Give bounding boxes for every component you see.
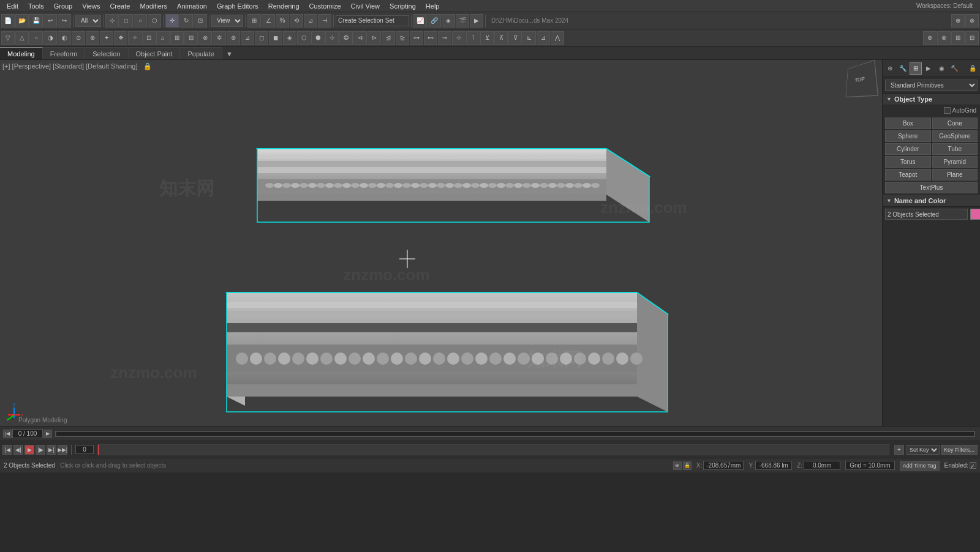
- obj-tool33[interactable]: ⊹: [452, 31, 466, 45]
- align-tool[interactable]: ⊣: [318, 14, 331, 28]
- menu-edit[interactable]: Edit: [2, 1, 23, 11]
- select-rotate[interactable]: ↻: [179, 14, 193, 28]
- menu-scripting[interactable]: Scripting: [385, 1, 420, 11]
- snap-icon1[interactable]: ⊕: [673, 461, 682, 470]
- menu-tools[interactable]: Tools: [24, 1, 48, 11]
- next-key-btn[interactable]: |▶: [36, 445, 45, 455]
- obj-btn-tube[interactable]: Tube: [932, 143, 978, 155]
- y-coord-value[interactable]: -668.86 lm: [755, 461, 792, 470]
- snap-icon2[interactable]: 🔒: [683, 461, 692, 470]
- color-swatch[interactable]: [970, 209, 980, 220]
- obj-btn-teapot[interactable]: Teapot: [885, 169, 931, 181]
- prev-key-btn[interactable]: ◀|: [13, 445, 23, 455]
- obj-btn-sphere[interactable]: Sphere: [885, 130, 931, 142]
- obj-tool34[interactable]: ⊺: [466, 31, 480, 45]
- tab-object-paint[interactable]: Object Paint: [129, 47, 181, 59]
- name-color-section-header[interactable]: ▼ Name and Color: [883, 195, 980, 207]
- tab-freeform[interactable]: Freeform: [43, 47, 86, 59]
- menu-civil-view[interactable]: Civil View: [347, 1, 384, 11]
- next-frame-btn[interactable]: ▶|: [47, 445, 56, 455]
- obj-tool3[interactable]: ○: [29, 31, 43, 45]
- add-time-tag-btn[interactable]: Add Time Tag: [900, 461, 940, 471]
- obj-tool5[interactable]: ◐: [58, 31, 71, 45]
- save-button[interactable]: 💾: [29, 14, 43, 28]
- obj-tool39[interactable]: ⊿: [537, 31, 550, 45]
- obj-tool20[interactable]: ◼: [269, 31, 282, 45]
- obj-tool31[interactable]: ⊷: [424, 31, 437, 45]
- select-tool[interactable]: ⊹: [105, 14, 119, 28]
- track-area[interactable]: [97, 444, 889, 455]
- prev-frame-btn[interactable]: |◀: [2, 445, 12, 455]
- obj-tool9[interactable]: ❖: [114, 31, 127, 45]
- angle-snap[interactable]: ∠: [262, 14, 275, 28]
- obj-btn-torus[interactable]: Torus: [885, 156, 931, 168]
- obj-tool16[interactable]: ✲: [213, 31, 226, 45]
- timeline-start-btn[interactable]: |◀: [3, 430, 12, 438]
- obj-tool30[interactable]: ⊶: [410, 31, 423, 45]
- add-key-btn[interactable]: +: [894, 445, 904, 455]
- tab-modeling[interactable]: Modeling: [0, 47, 43, 59]
- select-paint[interactable]: ⬡: [148, 14, 161, 28]
- obj-tool19[interactable]: ◻: [255, 31, 268, 45]
- render-setup[interactable]: 🎬: [456, 14, 469, 28]
- rightend-btn1[interactable]: ⊕: [923, 31, 937, 45]
- obj-tool37[interactable]: ⊽: [508, 31, 522, 45]
- obj-tool40[interactable]: ⋀: [551, 31, 564, 45]
- obj-tool18[interactable]: ⊿: [241, 31, 254, 45]
- current-frame-display[interactable]: 0: [75, 445, 94, 454]
- quick-render[interactable]: ▶: [470, 14, 483, 28]
- rightend-btn3[interactable]: ⊞: [951, 31, 965, 45]
- menu-graph-editors[interactable]: Graph Editors: [213, 1, 263, 11]
- panel-utilities-icon[interactable]: 🔨: [948, 62, 960, 75]
- obj-tool1[interactable]: ▽: [1, 31, 15, 45]
- schematic-view[interactable]: 🔗: [428, 14, 441, 28]
- obj-tool6[interactable]: ⊙: [72, 31, 85, 45]
- obj-tool14[interactable]: ⊟: [184, 31, 198, 45]
- timeline-slider[interactable]: [55, 431, 975, 437]
- select-filter-dropdown[interactable]: All: [75, 15, 101, 27]
- z-coord-value[interactable]: 0.0mm: [804, 461, 840, 470]
- panel-display-icon[interactable]: ◉: [935, 62, 948, 75]
- tab-selection[interactable]: Selection: [85, 47, 128, 59]
- obj-tool27[interactable]: ⊳: [368, 31, 381, 45]
- selection-set-input[interactable]: [336, 15, 409, 26]
- obj-btn-plane[interactable]: Plane: [932, 169, 978, 181]
- obj-tool25[interactable]: ❂: [339, 31, 353, 45]
- obj-btn-geosphere[interactable]: GeoSphere: [932, 130, 978, 142]
- select-region[interactable]: □: [119, 14, 133, 28]
- obj-tool21[interactable]: ◈: [283, 31, 296, 45]
- obj-btn-pyramid[interactable]: Pyramid: [932, 156, 978, 168]
- menu-modifiers[interactable]: Modifiers: [135, 1, 172, 11]
- obj-tool7[interactable]: ⊕: [86, 31, 99, 45]
- panel-create-icon[interactable]: ⊕: [884, 62, 896, 75]
- obj-btn-cylinder[interactable]: Cylinder: [885, 143, 931, 155]
- obj-tool4[interactable]: ◑: [43, 31, 57, 45]
- obj-tool8[interactable]: ✦: [100, 31, 113, 45]
- undo-button[interactable]: ↩: [43, 14, 57, 28]
- obj-btn-cone[interactable]: Cone: [932, 117, 978, 129]
- key-filter-select[interactable]: Set Key: [907, 445, 940, 455]
- curve-editor[interactable]: 📈: [413, 14, 427, 28]
- obj-tool35[interactable]: ⊻: [480, 31, 494, 45]
- extra-btn2[interactable]: ⊗: [965, 14, 979, 28]
- percent-snap[interactable]: %: [276, 14, 289, 28]
- enabled-checkbox[interactable]: [970, 462, 976, 469]
- obj-btn-box[interactable]: Box: [885, 117, 931, 129]
- spinner-snap[interactable]: ⟲: [290, 14, 303, 28]
- snap-toggle[interactable]: ⊞: [247, 14, 261, 28]
- x-coord-value[interactable]: -208.657mm: [703, 461, 744, 470]
- obj-tool29[interactable]: ⊵: [396, 31, 409, 45]
- menu-customize[interactable]: Customize: [305, 1, 345, 11]
- obj-tool12[interactable]: ⌂: [156, 31, 170, 45]
- new-button[interactable]: 📄: [1, 14, 15, 28]
- tab-populate[interactable]: Populate: [180, 47, 222, 59]
- tab-options[interactable]: ▼: [222, 48, 236, 59]
- obj-tool2[interactable]: △: [15, 31, 29, 45]
- select-scale[interactable]: ⊡: [194, 14, 207, 28]
- obj-tool11[interactable]: ⊡: [142, 31, 156, 45]
- panel-motion-icon[interactable]: ▶: [922, 62, 935, 75]
- rightend-btn2[interactable]: ⊗: [937, 31, 951, 45]
- obj-tool23[interactable]: ⬢: [311, 31, 325, 45]
- menu-create[interactable]: Create: [105, 1, 134, 11]
- select-lasso[interactable]: ○: [134, 14, 147, 28]
